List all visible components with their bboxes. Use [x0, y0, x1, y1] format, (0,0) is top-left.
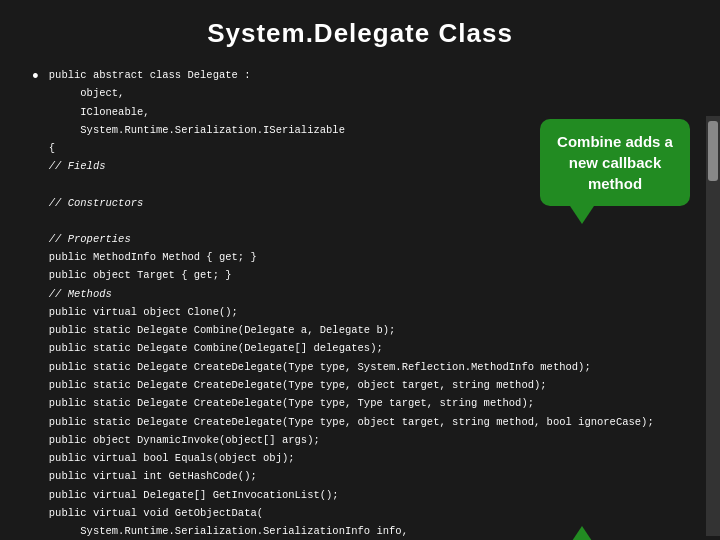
- constructors-comment: // Constructors: [49, 197, 144, 209]
- bullet-point: •: [30, 67, 41, 87]
- slide: System.Delegate Class • public abstract …: [0, 0, 720, 540]
- methods-comment: // Methods: [49, 288, 112, 300]
- properties-code: public MethodInfo Method { get; } public…: [49, 251, 257, 281]
- scrollbar-thumb[interactable]: [708, 121, 718, 181]
- slide-title: System.Delegate Class: [0, 0, 720, 61]
- properties-comment: // Properties: [49, 233, 131, 245]
- content-area: • public abstract class Delegate : objec…: [0, 61, 720, 540]
- methods-code: public virtual object Clone(); public st…: [49, 306, 654, 540]
- fields-comment: // Fields: [49, 160, 106, 172]
- class-declaration: public abstract class Delegate : object,…: [49, 69, 345, 154]
- callout-combine: Combine adds a new callback method: [540, 119, 690, 206]
- scrollbar-track[interactable]: [706, 116, 720, 536]
- callout-combine-text: Combine adds a new callback method: [557, 133, 673, 192]
